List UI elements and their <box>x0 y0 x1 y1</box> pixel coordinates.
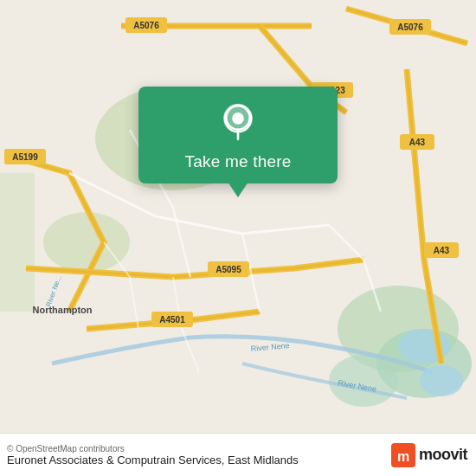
moovit-text-label: moovit <box>419 446 467 464</box>
take-me-there-label: Take me there <box>185 152 292 171</box>
svg-text:A5076: A5076 <box>397 23 423 32</box>
osm-attribution: © OpenStreetMap contributors <box>7 444 299 453</box>
svg-text:A4501: A4501 <box>159 315 185 325</box>
svg-text:A43: A43 <box>434 246 450 255</box>
svg-text:Northampton: Northampton <box>32 305 92 315</box>
place-label: Euronet Associates & Computrain Services… <box>7 453 299 466</box>
moovit-icon: m <box>391 443 415 467</box>
svg-point-8 <box>420 365 463 396</box>
svg-text:A5199: A5199 <box>12 152 38 162</box>
map-area: A5076 A5076 A5123 A5199 A43 A43 A5095 A4… <box>0 0 476 433</box>
location-pin-icon <box>217 102 259 144</box>
svg-text:m: m <box>397 449 409 464</box>
svg-point-33 <box>234 113 242 122</box>
svg-text:A5095: A5095 <box>215 265 241 274</box>
moovit-logo: m moovit <box>391 443 467 467</box>
footer-bar: © OpenStreetMap contributors Euronet Ass… <box>0 433 476 476</box>
svg-rect-6 <box>0 173 35 312</box>
svg-point-2 <box>43 212 130 273</box>
svg-text:A5076: A5076 <box>133 21 159 30</box>
footer-text: © OpenStreetMap contributors Euronet Ass… <box>7 444 299 466</box>
navigation-popup[interactable]: Take me there <box>138 87 338 183</box>
svg-text:A43: A43 <box>409 138 426 147</box>
